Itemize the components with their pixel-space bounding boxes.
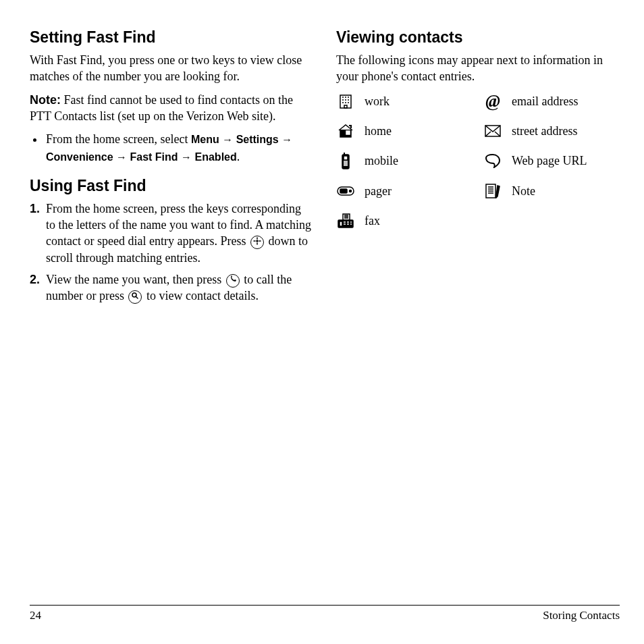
note-label: Note: <box>30 93 61 107</box>
note-text: Fast find cannot be used to find contact… <box>30 93 293 123</box>
legend-label: work <box>365 93 390 109</box>
step-number: 2. <box>30 271 46 304</box>
heading-using-fast-find: Using Fast Find <box>30 176 313 196</box>
legend-label: home <box>365 123 392 139</box>
legend-pager: pager <box>336 183 473 199</box>
fax-icon <box>336 213 355 229</box>
svg-rect-3 <box>346 131 350 134</box>
page-footer: 24 Storing Contacts <box>30 605 620 624</box>
step-number: 1. <box>30 200 46 266</box>
section-title: Storing Contacts <box>543 608 620 624</box>
legend-label: mobile <box>365 153 398 169</box>
svg-rect-13 <box>340 221 342 226</box>
email-icon: @ <box>483 93 502 109</box>
legend-note: Note <box>483 183 620 199</box>
legend-label: fax <box>365 213 380 229</box>
svg-rect-8 <box>340 189 347 193</box>
step-2-text-post: to view contact details. <box>146 289 259 302</box>
legend-label: Web page URL <box>512 153 587 169</box>
legend-label: Note <box>512 183 535 199</box>
note-paragraph: Note: Fast find cannot be used to find c… <box>30 92 313 125</box>
pager-icon <box>336 183 355 199</box>
legend-label: email address <box>512 93 578 109</box>
step-2: 2. View the name you want, then press to… <box>30 271 313 304</box>
mobile-icon <box>336 153 355 169</box>
paragraph-icons-intro: The following icons may appear next to i… <box>336 52 620 85</box>
note-icon <box>483 183 502 199</box>
step-2-text-pre: View the name you want, then press <box>46 273 225 286</box>
ok-key-icon <box>128 290 142 304</box>
nav-key-icon <box>250 236 264 249</box>
legend-label: pager <box>365 183 392 199</box>
svg-point-9 <box>350 190 352 192</box>
legend-work: work <box>336 93 473 109</box>
svg-rect-6 <box>344 156 348 160</box>
svg-point-0 <box>257 240 258 242</box>
page-number: 24 <box>30 608 41 624</box>
legend-mobile: mobile <box>336 153 473 169</box>
legend-home: home <box>336 123 473 139</box>
legend-email: @ email address <box>483 93 620 109</box>
heading-setting-fast-find: Setting Fast Find <box>30 27 313 48</box>
icon-legend-table: work @ email address home street address <box>336 93 620 229</box>
heading-viewing-contacts: Viewing contacts <box>336 27 620 48</box>
call-key-icon <box>226 274 240 288</box>
step-1: 1. From the home screen, press the keys … <box>30 200 313 266</box>
legend-street: street address <box>483 123 620 139</box>
bullet-menu-path: From the home screen, select Menu → Sett… <box>45 131 313 166</box>
home-icon <box>336 123 355 139</box>
web-icon <box>483 153 502 169</box>
left-column: Setting Fast Find With Fast Find, you pr… <box>30 27 313 310</box>
work-icon <box>336 93 355 109</box>
street-address-icon <box>483 123 502 139</box>
legend-web: Web page URL <box>483 153 620 169</box>
legend-fax: fax <box>336 213 473 229</box>
paragraph-intro: With Fast Find, you press one or two key… <box>30 52 313 85</box>
legend-label: street address <box>512 123 577 139</box>
right-column: Viewing contacts The following icons may… <box>336 27 620 310</box>
bullet-prefix: From the home screen, select <box>46 132 191 146</box>
